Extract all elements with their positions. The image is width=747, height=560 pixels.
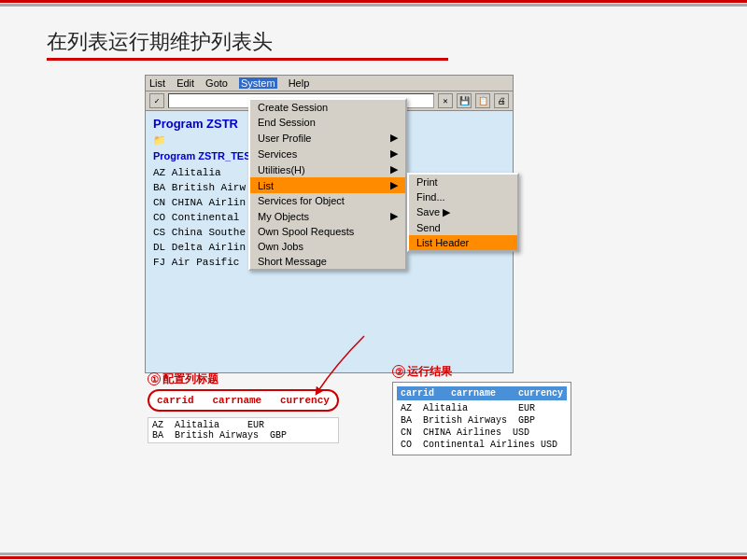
context-menu: Create Session End Session User Profile …	[248, 98, 407, 271]
circle-2: ②	[392, 365, 405, 378]
menu-list[interactable]: List ▶	[250, 177, 405, 193]
menu-item-system[interactable]: System	[239, 77, 277, 89]
submenu-send[interactable]: Send	[409, 220, 517, 235]
annotation-left: ①配置列标题 carrid carrname currency AZ Alita…	[148, 371, 339, 443]
result-row: AZ Alitalia EUR	[397, 402, 567, 414]
page-container: 在列表运行期维护列表头 List Edit Goto System Help ✓…	[0, 0, 747, 560]
menu-end-session[interactable]: End Session	[250, 115, 405, 130]
menu-item-edit[interactable]: Edit	[176, 77, 194, 89]
bottom-decorative-lines	[0, 553, 747, 560]
menu-services-object[interactable]: Services for Object	[250, 193, 405, 208]
menu-own-jobs[interactable]: Own Jobs	[250, 239, 405, 254]
back-icon[interactable]: ✓	[149, 93, 164, 108]
dropdown-main: Create Session End Session User Profile …	[248, 98, 407, 271]
column-headers-oval: carrid carrname currency	[148, 389, 339, 412]
submenu-list-header[interactable]: List Header	[409, 235, 517, 250]
annotation-right-label: ②运行结果	[392, 364, 571, 380]
copy-icon[interactable]: 📋	[475, 93, 490, 108]
menu-item-goto[interactable]: Goto	[205, 77, 228, 89]
folder-icon: 📁	[153, 134, 166, 147]
annotation-left-label: ①配置列标题	[148, 371, 339, 387]
save-icon[interactable]: 💾	[457, 93, 472, 108]
menu-short-message[interactable]: Short Message	[250, 254, 405, 269]
result-table: carrid carrname currency AZ Alitalia EUR…	[392, 382, 571, 455]
menu-create-session[interactable]: Create Session	[250, 100, 405, 115]
submenu-print[interactable]: Print	[409, 175, 517, 189]
submenu-find[interactable]: Find...	[409, 189, 517, 204]
menu-bar: List Edit Goto System Help	[146, 76, 513, 91]
top-decorative-lines	[0, 0, 747, 7]
result-header: carrid carrname currency	[397, 386, 567, 400]
circle-1: ①	[148, 372, 161, 385]
submenu-save[interactable]: Save ▶	[409, 204, 517, 220]
title-underline	[47, 58, 448, 61]
page-title: 在列表运行期维护列表头	[47, 28, 273, 56]
menu-my-objects[interactable]: My Objects ▶	[250, 208, 405, 224]
close-icon[interactable]: ✕	[438, 93, 453, 108]
menu-utilities[interactable]: Utilities(H) ▶	[250, 161, 405, 177]
print-icon[interactable]: 🖨	[494, 93, 509, 108]
menu-item-help[interactable]: Help	[289, 77, 310, 89]
bottom-data-left: AZ Alitalia EUR BA British Airways GBP	[148, 417, 339, 443]
result-row: CO Continental Airlines USD	[397, 439, 567, 451]
submenu: Print Find... Save ▶ Send List Header	[407, 173, 519, 252]
menu-user-profile[interactable]: User Profile ▶	[250, 130, 405, 146]
sap-window: List Edit Goto System Help ✓ ✕ 💾 📋 🖨 Pro…	[145, 75, 514, 373]
menu-services[interactable]: Services ▶	[250, 146, 405, 161]
result-row: BA British Airways GBP	[397, 414, 567, 427]
annotation-right: ②运行结果 carrid carrname currency AZ Alital…	[392, 364, 571, 455]
result-row: CN CHINA Airlines USD	[397, 427, 567, 439]
menu-item-list[interactable]: List	[149, 77, 165, 89]
menu-own-spool[interactable]: Own Spool Requests	[250, 224, 405, 239]
